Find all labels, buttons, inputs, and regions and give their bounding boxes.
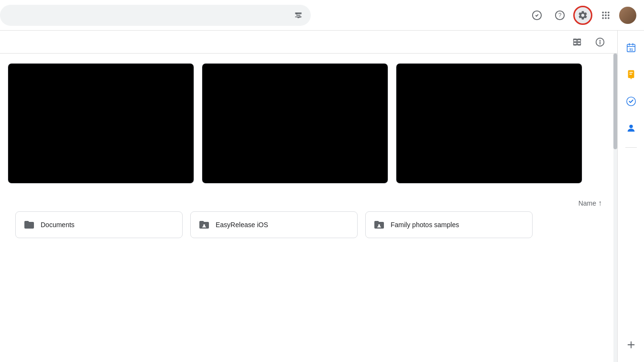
file-card-1[interactable] xyxy=(8,63,194,184)
svg-rect-12 xyxy=(608,11,609,13)
sidebar-divider xyxy=(625,147,637,148)
svg-point-30 xyxy=(378,224,380,226)
info-icon xyxy=(595,37,605,47)
file-card-3[interactable] xyxy=(396,63,582,184)
calendar-icon: 31 xyxy=(626,43,636,53)
folder-grid: Documents EasyRelease iOS xyxy=(8,211,610,246)
folder-shared-icon-family-photos xyxy=(373,219,385,230)
file-grid xyxy=(8,63,610,184)
top-bar: ? xyxy=(0,0,644,31)
file-thumbnail-2 xyxy=(202,64,388,183)
svg-rect-10 xyxy=(602,11,604,13)
gear-icon xyxy=(578,10,588,21)
file-thumbnail-3 xyxy=(396,64,582,183)
avatar[interactable] xyxy=(619,7,636,24)
sort-arrow-icon: ↑ xyxy=(598,199,602,208)
svg-point-29 xyxy=(203,224,205,226)
keep-icon xyxy=(626,69,636,80)
svg-rect-37 xyxy=(629,72,633,73)
folder-name-easyrelease: EasyRelease iOS xyxy=(216,221,268,229)
sub-toolbar xyxy=(0,31,617,54)
sidebar-tasks-button[interactable] xyxy=(622,92,641,111)
svg-rect-14 xyxy=(605,14,606,16)
sort-row: Name ↑ xyxy=(8,195,610,211)
checkmark-circle-icon xyxy=(532,10,542,21)
svg-rect-17 xyxy=(605,17,606,19)
svg-point-40 xyxy=(629,125,633,128)
filter-icon[interactable] xyxy=(294,11,303,20)
svg-rect-21 xyxy=(574,44,581,45)
list-view-button[interactable] xyxy=(568,33,587,52)
top-bar-right: ? xyxy=(527,6,636,25)
folder-name-documents: Documents xyxy=(41,221,75,229)
scrollbar-track[interactable] xyxy=(613,54,617,362)
folder-card-documents[interactable]: Documents xyxy=(15,211,183,238)
svg-rect-11 xyxy=(605,11,606,13)
folder-name-family-photos: Family photos samples xyxy=(391,221,459,229)
apps-button[interactable] xyxy=(596,6,615,25)
folder-card-family-photos[interactable]: Family photos samples xyxy=(365,211,533,238)
svg-text:?: ? xyxy=(558,11,562,18)
scrollbar-thumb[interactable] xyxy=(613,54,617,149)
settings-button[interactable] xyxy=(573,6,592,25)
sidebar-keep-button[interactable] xyxy=(622,65,641,84)
drive-content: Name ↑ Documents EasyReleas xyxy=(0,31,617,362)
sort-label[interactable]: Name xyxy=(579,199,596,207)
contacts-icon xyxy=(626,123,636,133)
svg-point-6 xyxy=(299,16,301,17)
file-thumbnail-1 xyxy=(8,64,194,183)
tasks-icon xyxy=(626,96,636,107)
apps-grid-icon xyxy=(601,11,611,20)
svg-rect-18 xyxy=(608,17,609,19)
search-bar[interactable] xyxy=(0,5,311,26)
main-wrapper: Name ↑ Documents EasyReleas xyxy=(0,31,644,362)
svg-point-4 xyxy=(296,13,297,14)
add-app-button[interactable] xyxy=(622,335,641,354)
checkmark-button[interactable] xyxy=(527,6,546,25)
svg-rect-15 xyxy=(608,14,609,16)
svg-rect-13 xyxy=(602,14,604,16)
svg-rect-38 xyxy=(629,74,632,75)
help-button[interactable]: ? xyxy=(550,6,569,25)
help-icon: ? xyxy=(555,10,565,21)
svg-rect-19 xyxy=(574,39,581,40)
folder-icon-documents xyxy=(23,219,35,230)
svg-rect-16 xyxy=(602,17,604,19)
info-button[interactable] xyxy=(590,33,610,52)
top-bar-left xyxy=(0,5,311,26)
svg-text:31: 31 xyxy=(629,47,633,52)
file-card-2[interactable] xyxy=(202,63,388,184)
grid-area: Name ↑ Documents EasyReleas xyxy=(0,54,617,255)
right-sidebar: 31 xyxy=(617,31,644,362)
folder-card-easyrelease[interactable]: EasyRelease iOS xyxy=(190,211,358,238)
plus-icon xyxy=(626,340,636,350)
list-view-icon xyxy=(572,37,582,47)
folder-shared-icon-easyrelease xyxy=(198,219,210,230)
sidebar-calendar-button[interactable]: 31 xyxy=(622,38,641,57)
sidebar-contacts-button[interactable] xyxy=(622,119,641,138)
